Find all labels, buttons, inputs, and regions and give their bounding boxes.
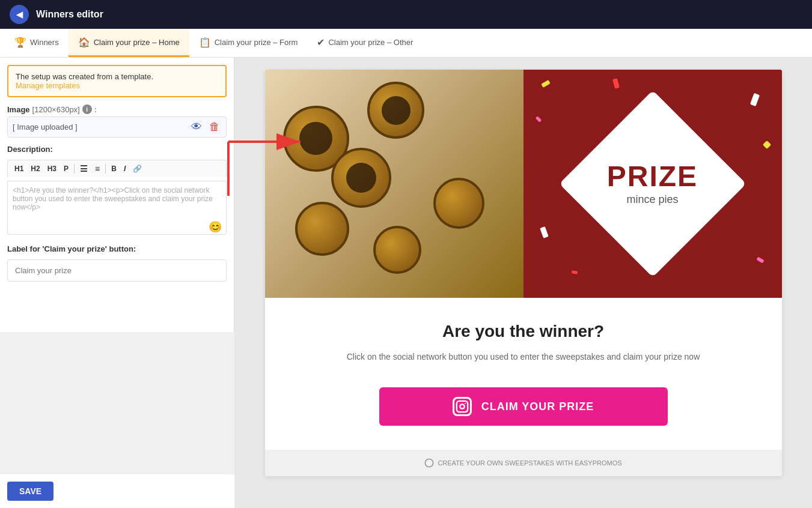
svg-point-5 (465, 403, 466, 404)
toolbar-divider-1 (74, 164, 75, 174)
image-uploaded-text: [ Image uploaded ] (13, 122, 190, 132)
prize-label: PRIZE (607, 162, 698, 190)
confetti-2 (749, 93, 759, 106)
toolbar-link[interactable]: 🔗 (130, 163, 145, 174)
winners-icon: 🏆 (14, 37, 26, 48)
image-upload-actions: 👁 🗑 (190, 119, 221, 135)
pie-4 (295, 202, 349, 256)
footer-text: CREATE YOUR OWN SWEEPSTAKES WITH EASYPRO… (438, 459, 621, 467)
image-upload-row: [ Image uploaded ] 👁 🗑 (7, 116, 227, 138)
tab-home-label: Claim your prize – Home (94, 38, 180, 47)
toolbar-p[interactable]: P (61, 163, 72, 174)
prize-text-inner: PRIZE mince pies (607, 162, 698, 205)
tab-form-label: Claim your prize – Form (215, 38, 298, 47)
tab-form[interactable]: 📋 Claim your prize – Form (189, 29, 308, 57)
toolbar-h1[interactable]: H1 (11, 163, 26, 174)
toolbar-h3[interactable]: H3 (44, 163, 60, 174)
alert-text: The setup was created from a template. (16, 72, 218, 81)
preview-title: Are you the winner? (301, 322, 746, 341)
button-label-label: Label for 'Claim your prize' button: (7, 244, 227, 253)
confetti-1 (541, 80, 551, 88)
preview-content: Are you the winner? Click on the social … (265, 298, 782, 450)
image-delete-button[interactable]: 🗑 (208, 119, 221, 135)
tab-other[interactable]: ✔ Claim your prize – Other (307, 29, 423, 57)
toolbar-italic[interactable]: I (121, 163, 129, 174)
preview-footer: CREATE YOUR OWN SWEEPSTAKES WITH EASYPRO… (265, 450, 782, 476)
nav-tab-bar: 🏆 Winners 🏠 Claim your prize – Home 📋 Cl… (0, 29, 812, 58)
description-textarea-wrapper: <h1>Are you the winner?</h1><p>Click on … (7, 181, 227, 237)
instagram-icon (453, 397, 472, 416)
tab-other-label: Claim your prize – Other (328, 38, 413, 47)
right-panel: PRIZE mince pies Are you the winner? Cli… (234, 58, 812, 508)
image-preview-button[interactable]: 👁 (190, 119, 203, 135)
pie-5 (373, 226, 421, 274)
main-layout: The setup was created from a template. M… (0, 58, 812, 508)
red-side: PRIZE mince pies (524, 70, 782, 298)
image-dimensions: [1200×630px] (32, 105, 80, 114)
description-label: Description: (7, 145, 227, 154)
easypromos-icon (424, 458, 434, 468)
home-icon: 🏠 (78, 37, 90, 48)
prize-sub: mince pies (607, 193, 698, 205)
button-label-input[interactable] (7, 259, 227, 282)
claim-button[interactable]: CLAIM YOUR PRIZE (379, 387, 668, 426)
confetti-6 (540, 226, 549, 238)
app-header: ◀ Winners editor (0, 0, 812, 29)
toolbar-h2[interactable]: H2 (28, 163, 43, 174)
button-label-section: Label for 'Claim your prize' button: (7, 244, 227, 282)
image-field-label: Image [1200×630px] i : (7, 104, 227, 114)
svg-rect-3 (456, 401, 467, 412)
confetti-3 (535, 116, 542, 122)
save-button-area: SAVE (0, 474, 234, 508)
toolbar-bold[interactable]: B (108, 163, 120, 174)
preview-description: Click on the social network button you u… (301, 351, 746, 363)
spacer (7, 289, 227, 325)
emoji-picker-button[interactable]: 😊 (209, 220, 222, 234)
prize-diamond: PRIZE mince pies (559, 90, 746, 277)
confetti-5 (756, 256, 764, 263)
check-icon: ✔ (317, 37, 325, 48)
description-textarea[interactable]: <h1>Are you the winner?</h1><p>Click on … (7, 181, 227, 235)
tab-home[interactable]: 🏠 Claim your prize – Home (69, 29, 189, 57)
pies-photo (265, 70, 524, 298)
left-panel: The setup was created from a template. M… (0, 58, 234, 332)
image-field-section: Image [1200×630px] i : [ Image uploaded … (7, 104, 227, 138)
save-button[interactable]: SAVE (7, 482, 53, 501)
form-icon: 📋 (199, 37, 211, 48)
app-title: Winners editor (36, 9, 103, 20)
toolbar-divider-2 (105, 164, 106, 174)
description-section: Description: H1 H2 H3 P ☰ ≡ B I 🔗 <h1>Ar… (7, 145, 227, 237)
tab-winners-label: Winners (30, 38, 59, 47)
pie-6 (433, 178, 484, 229)
toolbar-ul[interactable]: ☰ (77, 163, 91, 175)
template-alert: The setup was created from a template. M… (7, 65, 227, 97)
confetti-7 (762, 141, 771, 149)
back-button[interactable]: ◀ (10, 5, 29, 24)
image-info-icon[interactable]: i (82, 104, 92, 114)
preview-card: PRIZE mince pies Are you the winner? Cli… (265, 70, 782, 476)
prize-image-area: PRIZE mince pies (265, 70, 782, 298)
confetti-4 (612, 78, 620, 89)
svg-point-4 (460, 404, 464, 408)
claim-button-label: CLAIM YOUR PRIZE (481, 401, 594, 413)
left-panel-wrapper: The setup was created from a template. M… (0, 58, 234, 508)
description-toolbar: H1 H2 H3 P ☰ ≡ B I 🔗 (7, 160, 227, 177)
tab-winners[interactable]: 🏆 Winners (5, 29, 69, 57)
toolbar-ol[interactable]: ≡ (92, 163, 103, 175)
confetti-8 (571, 270, 578, 274)
manage-templates-link[interactable]: Manage templates (16, 81, 80, 90)
